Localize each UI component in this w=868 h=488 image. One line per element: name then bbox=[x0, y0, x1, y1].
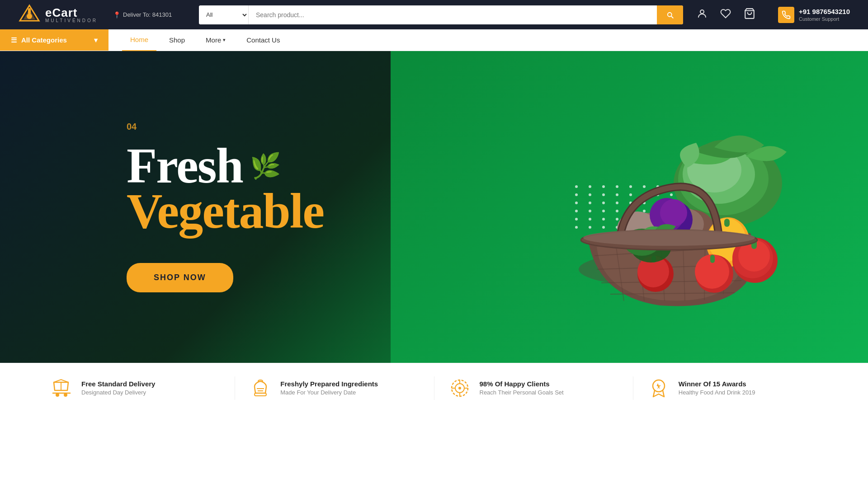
vegetable-basket-svg bbox=[506, 80, 823, 333]
phone-label: Customer Support bbox=[799, 16, 850, 22]
categories-menu-button[interactable]: ☰ All Categories ▾ bbox=[0, 29, 108, 51]
feature-awards: Winner Of 15 Awards Healthy Food And Dri… bbox=[633, 376, 832, 400]
delivery-location: 📍 Deliver To: 841301 bbox=[113, 11, 185, 19]
navigation: ☰ All Categories ▾ Home Shop More ▾ Cont… bbox=[0, 29, 868, 51]
nav-shop[interactable]: Shop bbox=[161, 29, 193, 51]
cart-icon[interactable] bbox=[744, 8, 755, 22]
hero-section: 04 Fresh 🌿 Vegetable SHOP NOW (function(… bbox=[0, 51, 868, 363]
nav-home[interactable]: Home bbox=[122, 29, 156, 51]
feature-awards-sub: Healthy Food And Drink 2019 bbox=[679, 389, 755, 396]
categories-chevron-icon: ▾ bbox=[94, 36, 98, 44]
svg-point-4 bbox=[700, 10, 704, 14]
feature-ingredients-sub: Made For Your Delivery Date bbox=[280, 389, 378, 396]
svg-rect-50 bbox=[255, 393, 266, 396]
ingredients-icon bbox=[249, 376, 272, 400]
clients-icon bbox=[448, 376, 472, 400]
feature-delivery-sub: Designated Day Delivery bbox=[81, 389, 155, 396]
svg-rect-30 bbox=[724, 219, 730, 227]
hero-basket-image bbox=[506, 80, 823, 334]
shop-now-button[interactable]: SHOP NOW bbox=[127, 263, 233, 292]
delivery-icon bbox=[50, 376, 73, 400]
categories-label: All Categories bbox=[21, 36, 67, 44]
hero-title-line2: Vegetable bbox=[127, 186, 324, 236]
nav-more[interactable]: More ▾ bbox=[198, 29, 234, 51]
svg-point-44 bbox=[583, 230, 755, 246]
feature-ingredients: Freshyly Prepared Ingredients Made For Y… bbox=[235, 376, 434, 400]
svg-point-46 bbox=[56, 393, 59, 397]
wishlist-icon[interactable] bbox=[720, 8, 731, 22]
hamburger-icon: ☰ bbox=[11, 36, 17, 44]
feature-clients-title: 98% Of Happy Clients bbox=[480, 380, 564, 388]
feature-ingredients-title: Freshyly Prepared Ingredients bbox=[280, 380, 378, 388]
location-pin-icon: 📍 bbox=[113, 11, 121, 19]
search-input[interactable] bbox=[249, 5, 657, 24]
hero-content: 04 Fresh 🌿 Vegetable SHOP NOW bbox=[0, 122, 324, 292]
header-icons bbox=[697, 8, 755, 22]
feature-clients-sub: Reach Their Personal Goals Set bbox=[480, 389, 564, 396]
svg-point-47 bbox=[64, 393, 67, 397]
phone-icon-box bbox=[778, 7, 794, 23]
search-button[interactable] bbox=[657, 5, 683, 24]
category-dropdown[interactable]: All Vegetables Fruits Dairy bbox=[199, 5, 249, 24]
search-bar: All Vegetables Fruits Dairy bbox=[199, 5, 683, 24]
svg-point-27 bbox=[660, 199, 687, 226]
hero-slide-number: 04 bbox=[127, 122, 324, 132]
features-strip: Free Standard Delivery Designated Day De… bbox=[0, 363, 868, 413]
logo-text: eCart bbox=[45, 7, 98, 19]
user-icon[interactable] bbox=[697, 8, 708, 22]
header: eCart MULTIVENDOR 📍 Deliver To: 841301 A… bbox=[0, 0, 868, 29]
search-icon bbox=[666, 11, 674, 19]
nav-links: Home Shop More ▾ Contact Us bbox=[108, 29, 868, 51]
feature-clients: 98% Of Happy Clients Reach Their Persona… bbox=[434, 376, 633, 400]
logo[interactable]: eCart MULTIVENDOR bbox=[18, 4, 99, 26]
more-chevron-icon: ▾ bbox=[223, 37, 226, 43]
award-icon bbox=[647, 376, 670, 400]
phone-icon bbox=[782, 10, 791, 19]
phone-number: +91 9876543210 bbox=[799, 7, 850, 16]
feature-delivery-title: Free Standard Delivery bbox=[81, 380, 155, 388]
phone-block: +91 9876543210 Customer Support bbox=[778, 7, 850, 23]
svg-point-53 bbox=[458, 387, 461, 389]
svg-rect-3 bbox=[28, 8, 31, 14]
logo-subtext: MULTIVENDOR bbox=[45, 19, 98, 23]
feature-delivery: Free Standard Delivery Designated Day De… bbox=[36, 376, 235, 400]
nav-contact[interactable]: Contact Us bbox=[238, 29, 288, 51]
logo-icon bbox=[18, 4, 41, 26]
svg-rect-37 bbox=[710, 255, 715, 263]
leaf-decoration: 🌿 bbox=[250, 154, 280, 178]
feature-awards-title: Winner Of 15 Awards bbox=[679, 380, 755, 388]
